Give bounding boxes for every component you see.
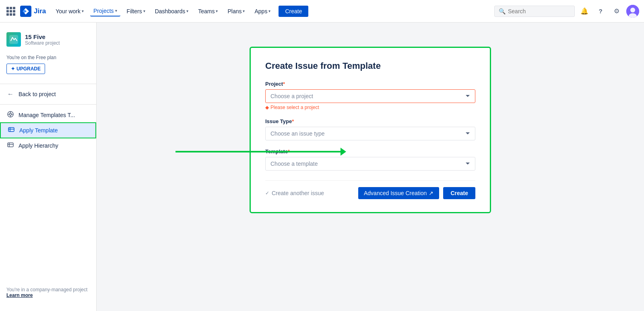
project-type: Software project <box>25 40 60 46</box>
svg-point-6 <box>10 113 12 115</box>
apply-hierarchy-icon <box>6 142 14 150</box>
sidebar: 15 Five Software project You're on the F… <box>0 23 97 311</box>
create-issue-button[interactable]: Create <box>443 187 475 199</box>
main-content: Create Issue from Template Project* Choo… <box>97 23 644 311</box>
back-arrow-icon: ← <box>6 91 14 98</box>
jira-logo-text: Jira <box>34 7 46 15</box>
your-work-nav[interactable]: Your work ▾ <box>52 6 87 16</box>
sidebar-item-apply-hierarchy[interactable]: Apply Hierarchy <box>0 138 96 153</box>
project-error-message: ◆ Please select a project <box>265 105 475 110</box>
sidebar-item-manage-templates[interactable]: Manage Templates T... <box>0 108 96 122</box>
create-button[interactable]: Create <box>279 6 308 17</box>
jira-logo[interactable]: Jira <box>20 6 46 17</box>
search-icon: 🔍 <box>499 8 506 14</box>
project-label: Project* <box>265 81 475 87</box>
project-header: 15 Five Software project <box>0 29 96 53</box>
svg-rect-11 <box>8 128 14 132</box>
bell-icon: 🔔 <box>580 7 588 15</box>
projects-nav[interactable]: Projects ▾ <box>90 6 120 16</box>
dashboards-nav[interactable]: Dashboards ▾ <box>152 6 192 16</box>
main-layout: 15 Five Software project You're on the F… <box>0 23 644 311</box>
apps-chevron: ▾ <box>268 9 270 13</box>
filters-nav[interactable]: Filters ▾ <box>124 6 149 16</box>
help-icon: ? <box>599 8 602 14</box>
issue-type-required-marker: * <box>292 118 294 124</box>
modal-footer: ✓ Create another issue Advanced Issue Cr… <box>265 180 475 199</box>
learn-more-link[interactable]: Learn more <box>6 292 33 298</box>
sidebar-item-back-to-project[interactable]: ← Back to project <box>0 87 96 101</box>
check-icon: ✓ <box>265 190 269 196</box>
user-avatar[interactable] <box>626 5 639 18</box>
template-field-group: Template* Choose a template <box>265 148 475 171</box>
project-info: 15 Five Software project <box>25 33 60 46</box>
teams-nav[interactable]: Teams ▾ <box>195 6 221 16</box>
manage-templates-icon <box>6 111 14 119</box>
plans-chevron: ▾ <box>243 9 245 13</box>
top-navigation: Jira Your work ▾ Projects ▾ Filters ▾ Da… <box>0 0 644 23</box>
project-name: 15 Five <box>25 33 60 40</box>
advanced-issue-creation-button[interactable]: Advanced Issue Creation ↗ <box>358 187 439 199</box>
project-required-marker: * <box>283 81 285 87</box>
search-input[interactable] <box>508 8 570 14</box>
svg-point-2 <box>630 8 635 12</box>
sidebar-divider-1 <box>0 84 96 84</box>
help-button[interactable]: ? <box>594 5 607 18</box>
teams-chevron: ▾ <box>216 9 218 13</box>
sidebar-divider-2 <box>0 104 96 105</box>
project-select[interactable]: Choose a project <box>265 89 475 103</box>
your-work-chevron: ▾ <box>82 9 84 13</box>
template-select[interactable]: Choose a template <box>265 157 475 171</box>
projects-chevron: ▾ <box>115 8 117 13</box>
create-another-checkbox-area[interactable]: ✓ Create another issue <box>265 190 324 196</box>
issue-type-select[interactable]: Choose an issue type <box>265 127 475 140</box>
sidebar-footer: You're in a company-managed project Lear… <box>0 280 96 305</box>
app-switcher-button[interactable] <box>5 5 17 17</box>
external-link-icon: ↗ <box>429 190 433 196</box>
dashboards-chevron: ▾ <box>186 9 188 13</box>
project-icon <box>6 32 21 47</box>
issue-type-field-group: Issue Type* Choose an issue type <box>265 118 475 140</box>
notifications-button[interactable]: 🔔 <box>578 5 591 18</box>
sidebar-item-apply-template[interactable]: Apply Template <box>0 122 96 138</box>
upgrade-star-icon: ✦ <box>11 66 15 72</box>
template-required-marker: * <box>288 148 290 154</box>
template-label: Template* <box>265 148 475 154</box>
settings-button[interactable]: ⚙ <box>610 5 623 18</box>
gear-icon: ⚙ <box>614 7 619 15</box>
issue-type-label: Issue Type* <box>265 118 475 124</box>
plans-nav[interactable]: Plans ▾ <box>224 6 248 16</box>
svg-rect-14 <box>8 143 13 147</box>
apply-template-icon <box>7 126 15 134</box>
apps-nav[interactable]: Apps ▾ <box>251 6 274 16</box>
create-issue-modal: Create Issue from Template Project* Choo… <box>250 47 491 213</box>
modal-title: Create Issue from Template <box>265 61 475 71</box>
upgrade-button[interactable]: ✦ UPGRADE <box>6 64 45 74</box>
search-box[interactable]: 🔍 <box>494 6 575 17</box>
filters-chevron: ▾ <box>143 9 145 13</box>
error-diamond-icon: ◆ <box>265 105 269 110</box>
plan-notice: You're on the Free plan <box>0 53 96 64</box>
project-field-group: Project* Choose a project ◆ Please selec… <box>265 81 475 110</box>
